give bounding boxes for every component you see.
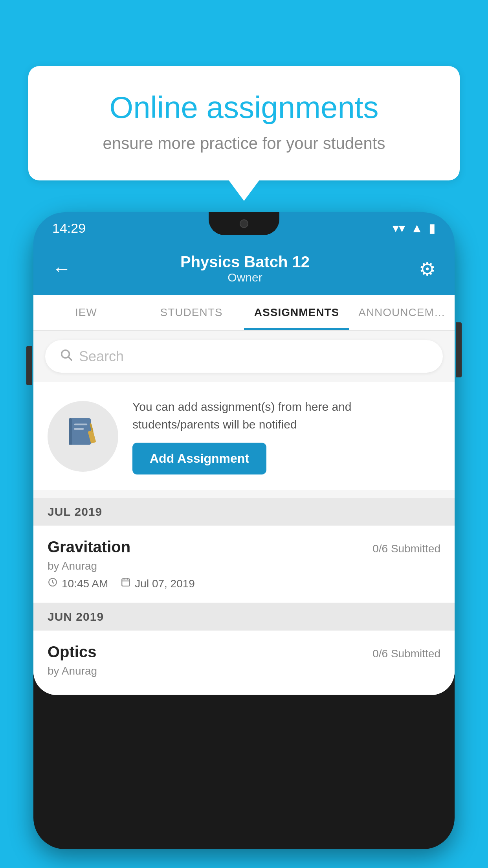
svg-rect-4: [74, 424, 88, 426]
clock-icon: [48, 577, 58, 590]
assignment-time: 10:45 AM: [62, 577, 108, 590]
promo-block: You can add assignment(s) from here and …: [33, 382, 455, 490]
volume-button: [26, 346, 32, 385]
phone-wrapper: 14:29 ▾▾ ▲ ▮ ← Physics Batch 12 Owner ⚙: [33, 212, 455, 868]
bubble-subtitle: ensure more practice for your students: [60, 134, 428, 153]
calendar-icon: [121, 577, 131, 590]
tab-assignments[interactable]: ASSIGNMENTS: [244, 295, 349, 330]
batch-subtitle: Owner: [180, 271, 310, 284]
assignment-gravitation[interactable]: Gravitation 0/6 Submitted by Anurag 10:4…: [33, 526, 455, 603]
svg-rect-5: [74, 428, 84, 430]
meta-time: 10:45 AM: [48, 577, 108, 590]
speech-bubble-container: Online assignments ensure more practice …: [28, 66, 460, 180]
assignment-top-optics: Optics 0/6 Submitted: [48, 643, 440, 661]
app-header: ← Physics Batch 12 Owner ⚙: [33, 244, 455, 295]
phone-outer: 14:29 ▾▾ ▲ ▮ ← Physics Batch 12 Owner ⚙: [33, 212, 455, 849]
assignment-top: Gravitation 0/6 Submitted: [48, 538, 440, 556]
svg-line-1: [68, 357, 72, 360]
search-bar[interactable]: Search: [45, 340, 443, 373]
meta-date: Jul 07, 2019: [121, 577, 195, 590]
svg-rect-2: [71, 418, 91, 445]
promo-description: You can add assignment(s) from here and …: [132, 398, 440, 433]
header-title-block: Physics Batch 12 Owner: [180, 253, 310, 284]
search-icon: [59, 348, 73, 365]
section-jul-2019: JUL 2019: [33, 498, 455, 526]
promo-icon-circle: [48, 401, 118, 472]
notebook-icon: [65, 415, 101, 458]
promo-text-block: You can add assignment(s) from here and …: [132, 398, 440, 474]
svg-rect-9: [122, 579, 130, 586]
tab-announcements[interactable]: ANNOUNCEM…: [349, 295, 455, 330]
batch-title: Physics Batch 12: [180, 253, 310, 271]
power-button: [456, 322, 462, 377]
tab-students[interactable]: STUDENTS: [139, 295, 244, 330]
tabs-bar: IEW STUDENTS ASSIGNMENTS ANNOUNCEM…: [33, 295, 455, 331]
assignment-submitted-optics: 0/6 Submitted: [372, 647, 440, 660]
signal-icon: ▲: [411, 221, 423, 235]
assignment-submitted: 0/6 Submitted: [372, 542, 440, 555]
assignment-by-optics: by Anurag: [48, 665, 440, 677]
add-assignment-button[interactable]: Add Assignment: [132, 443, 266, 474]
bubble-title: Online assignments: [60, 90, 428, 125]
status-icons: ▾▾ ▲ ▮: [393, 221, 436, 235]
assignment-optics[interactable]: Optics 0/6 Submitted by Anurag: [33, 631, 455, 695]
assignment-name-optics: Optics: [48, 643, 96, 661]
status-time: 14:29: [52, 221, 86, 236]
section-jun-2019: JUN 2019: [33, 603, 455, 631]
phone-screen: ← Physics Batch 12 Owner ⚙ IEW STUDENTS …: [33, 244, 455, 695]
wifi-icon: ▾▾: [393, 221, 405, 235]
assignment-by: by Anurag: [48, 560, 440, 572]
speech-bubble: Online assignments ensure more practice …: [28, 66, 460, 180]
tab-iew[interactable]: IEW: [33, 295, 139, 330]
notch: [209, 212, 279, 235]
assignment-meta: 10:45 AM Jul 07, 2019: [48, 577, 440, 590]
battery-icon: ▮: [429, 221, 436, 235]
back-button[interactable]: ←: [52, 258, 71, 280]
settings-icon[interactable]: ⚙: [419, 258, 436, 280]
assignment-date: Jul 07, 2019: [135, 577, 195, 590]
camera: [240, 219, 248, 228]
status-bar: 14:29 ▾▾ ▲ ▮: [33, 212, 455, 244]
search-placeholder: Search: [79, 348, 124, 365]
assignment-name: Gravitation: [48, 538, 130, 556]
svg-rect-3: [69, 418, 72, 445]
